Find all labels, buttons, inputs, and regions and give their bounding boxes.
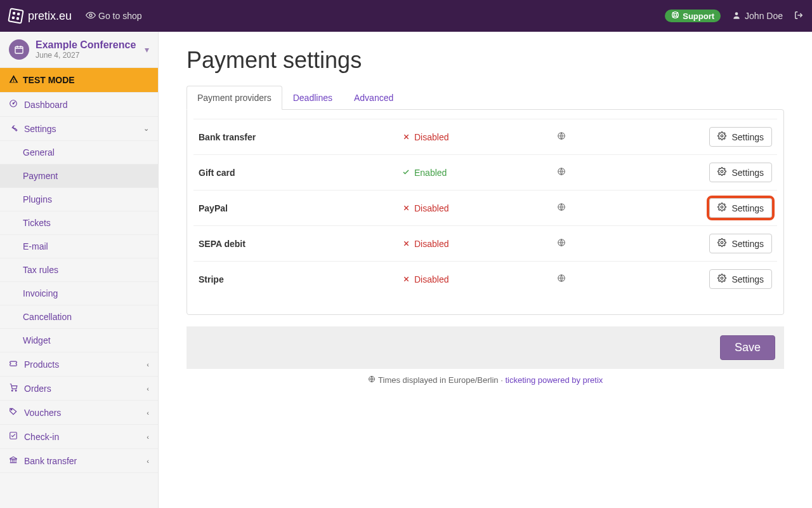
save-bar: Save (187, 326, 784, 369)
sidebar-item-vouchers[interactable]: Vouchers ‹ (0, 401, 158, 425)
settings-button-label: Settings (731, 168, 764, 178)
provider-settings-button[interactable]: Settings (709, 163, 772, 182)
footer-powered-label: ticketing powered by pretix (505, 375, 603, 385)
svg-point-6 (13, 104, 14, 105)
sidebar-item-label: General (23, 147, 55, 157)
sidebar-sub-invoicing[interactable]: Invoicing (0, 282, 158, 305)
sidebar-item-products[interactable]: Products ‹ (0, 352, 158, 377)
page-title: Payment settings (187, 47, 784, 74)
provider-settings-button[interactable]: Settings (709, 269, 772, 289)
event-switcher[interactable]: Example Conference June 4, 2027 ▾ (0, 32, 158, 68)
provider-name: Gift card (199, 168, 402, 178)
status-disabled: Disabled (402, 132, 557, 142)
sidebar-item-label: Plugins (23, 194, 52, 204)
sidebar-sub-email[interactable]: E-mail (0, 235, 158, 258)
tag-icon (9, 407, 18, 418)
tab-label: Deadlines (293, 93, 332, 103)
sidebar-sub-cancellation[interactable]: Cancellation (0, 305, 158, 329)
sidebar-sub-tickets[interactable]: Tickets (0, 211, 158, 235)
status-label: Disabled (414, 274, 449, 284)
chevron-left-icon: ‹ (147, 361, 149, 368)
sidebar-item-label: Vouchers (24, 408, 61, 418)
go-to-shop-link[interactable]: Go to shop (86, 10, 142, 22)
settings-button-label: Settings (731, 239, 764, 249)
eye-icon (86, 10, 95, 22)
globe-icon (557, 131, 566, 142)
support-label: Support (683, 11, 714, 21)
svg-point-8 (15, 391, 16, 392)
svg-point-14 (721, 170, 724, 173)
provider-name: PayPal (199, 203, 402, 213)
sidebar-sub-tax[interactable]: Tax rules (0, 258, 158, 282)
globe-icon (557, 274, 566, 284)
settings-button-label: Settings (731, 203, 764, 213)
status-label: Disabled (414, 239, 449, 249)
svg-point-12 (721, 135, 724, 137)
calendar-icon (9, 39, 29, 60)
footer-sep: · (499, 375, 506, 385)
sidebar-item-label: Tickets (23, 218, 51, 228)
gear-icon (717, 167, 726, 178)
providers-panel: Bank transferDisabledSettingsGift cardEn… (187, 109, 784, 315)
settings-button-label: Settings (731, 132, 764, 142)
provider-settings-button[interactable]: Settings (709, 234, 772, 253)
event-date: June 4, 2027 (36, 51, 136, 60)
sidebar-sub-payment[interactable]: Payment (0, 164, 158, 188)
provider-settings-button[interactable]: Settings (709, 127, 772, 147)
svg-point-0 (89, 14, 92, 17)
sidebar-sub-plugins[interactable]: Plugins (0, 188, 158, 211)
footer: Times displayed in Europe/Berlin · ticke… (187, 375, 784, 385)
sidebar-item-banktransfer[interactable]: Bank transfer ‹ (0, 449, 158, 473)
tab-providers[interactable]: Payment providers (187, 86, 282, 110)
footer-powered-link[interactable]: ticketing powered by pretix (505, 375, 603, 385)
status-label: Disabled (414, 132, 449, 142)
status-disabled: Disabled (402, 203, 557, 213)
user-menu[interactable]: John Doe (732, 11, 783, 22)
user-name: John Doe (745, 11, 783, 21)
sidebar-item-label: Check-in (24, 432, 59, 442)
cart-icon (9, 383, 18, 394)
sidebar-sub-widget[interactable]: Widget (0, 329, 158, 352)
x-icon (402, 239, 410, 249)
sidebar-item-dashboard[interactable]: Dashboard (0, 93, 158, 117)
logout-button[interactable] (794, 11, 803, 22)
lifebuoy-icon (671, 11, 679, 21)
sidebar-item-label: Cancellation (23, 312, 72, 322)
sidebar-item-settings[interactable]: Settings ⌄ (0, 117, 158, 141)
sidebar-item-label: Tax rules (23, 265, 58, 275)
gear-icon (717, 203, 726, 213)
tabs: Payment providers Deadlines Advanced (187, 85, 784, 109)
save-button[interactable]: Save (720, 335, 775, 360)
svg-point-2 (674, 13, 677, 16)
provider-settings-button[interactable]: Settings (709, 198, 772, 218)
sidebar-item-checkin[interactable]: Check-in ‹ (0, 425, 158, 449)
check-icon (402, 168, 410, 178)
sidebar-item-label: Bank transfer (24, 456, 77, 466)
warning-icon (9, 74, 18, 86)
sidebar-item-orders[interactable]: Orders ‹ (0, 377, 158, 401)
gear-icon (717, 238, 726, 249)
test-mode-label: TEST MODE (23, 75, 75, 85)
save-button-label: Save (735, 341, 761, 354)
support-button[interactable]: Support (665, 10, 721, 22)
logout-icon (794, 11, 803, 22)
tab-deadlines[interactable]: Deadlines (282, 86, 343, 110)
chevron-left-icon: ‹ (147, 409, 149, 417)
status-label: Enabled (414, 168, 447, 178)
svg-point-16 (721, 206, 724, 208)
brand[interactable]: pretix.eu (9, 9, 72, 23)
globe-icon (368, 375, 376, 385)
provider-row: StripeDisabledSettings (193, 261, 777, 297)
user-icon (732, 11, 741, 22)
sidebar-sub-general[interactable]: General (0, 141, 158, 164)
provider-name: Stripe (199, 274, 402, 284)
gear-icon (717, 274, 726, 284)
svg-rect-4 (15, 47, 23, 54)
sidebar-item-label: Settings (24, 124, 56, 134)
svg-point-3 (735, 12, 738, 15)
bank-icon (9, 455, 18, 466)
sidebar-item-label: Dashboard (24, 100, 68, 110)
svg-point-18 (721, 241, 724, 244)
main-content: Payment settings Payment providers Deadl… (159, 32, 812, 508)
tab-advanced[interactable]: Advanced (343, 86, 404, 110)
